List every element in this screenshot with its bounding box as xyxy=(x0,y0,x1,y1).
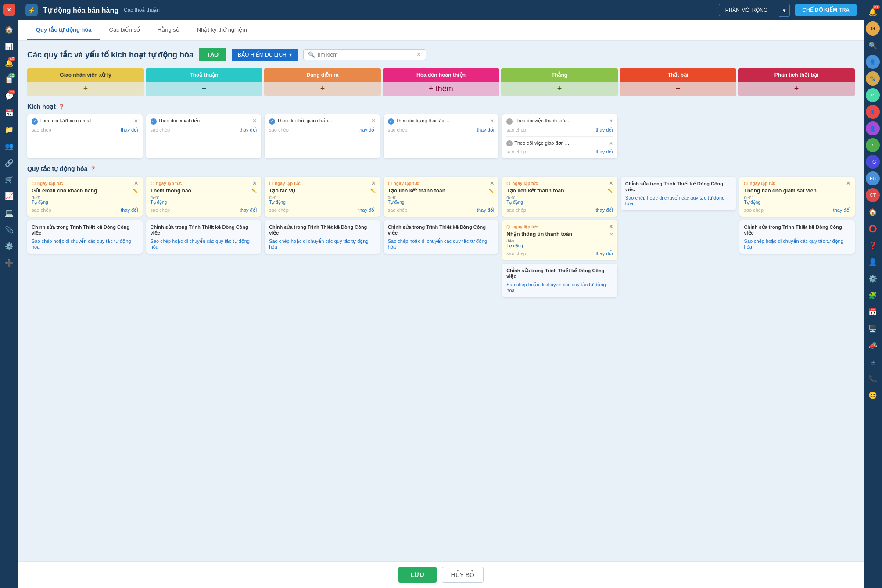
sidebar-icon-folder[interactable]: 📁 xyxy=(2,122,16,136)
right-avatar-4[interactable]: 31 xyxy=(866,88,880,102)
right-icon-megaphone[interactable]: 📣 xyxy=(866,338,880,352)
close-button[interactable]: ✕ xyxy=(3,4,15,16)
sidebar-icon-analytics[interactable]: 📈 xyxy=(2,189,16,203)
sidebar-icon-attach[interactable]: 📎 xyxy=(2,222,16,236)
trigger-close-4b[interactable]: ✕ xyxy=(609,140,613,146)
action-copy-4b[interactable]: sao chép xyxy=(506,251,526,257)
action-edit-icon-4a[interactable]: ✏️ xyxy=(608,189,613,193)
trigger-change-3[interactable]: thay đổi xyxy=(477,127,494,133)
trigger-change-4b[interactable]: thay đổi xyxy=(595,149,613,155)
right-avatar-5[interactable]: 👤 xyxy=(866,105,880,119)
right-icon-puzzle[interactable]: 🧩 xyxy=(866,288,880,302)
sidebar-icon-chat[interactable]: 💬22 xyxy=(2,89,16,103)
pipeline-add-0[interactable]: + xyxy=(27,82,144,96)
right-icon-bell[interactable]: 🔔31 xyxy=(866,5,880,19)
trigger-copy-3[interactable]: sao chép xyxy=(388,127,408,133)
action-copy-6[interactable]: sao chép xyxy=(744,207,764,213)
right-icon-phone[interactable]: 📞 xyxy=(866,371,880,385)
pipeline-add-3[interactable]: + thêm xyxy=(383,82,499,96)
trigger-change-2[interactable]: thay đổi xyxy=(358,127,375,133)
pipeline-add-2[interactable]: + xyxy=(264,82,381,96)
action-change-0[interactable]: thay đổi xyxy=(121,207,138,213)
sidebar-icon-add[interactable]: ➕ xyxy=(2,256,16,270)
action-close-6[interactable]: ✕ xyxy=(846,180,850,186)
action-close-3[interactable]: ✕ xyxy=(490,180,494,186)
right-avatar-9[interactable]: FB xyxy=(866,171,880,185)
action-close-4a[interactable]: ✕ xyxy=(609,180,613,186)
right-icon-home[interactable]: 🏠 xyxy=(866,205,880,219)
action-edit-icon-3[interactable]: ✏️ xyxy=(489,189,494,193)
sidebar-icon-users[interactable]: 👥 xyxy=(2,139,16,153)
tab-logs[interactable]: Nhật ký thử nghiệm xyxy=(188,20,256,40)
action-edit-icon-1[interactable]: ✏️ xyxy=(251,189,257,193)
info-link-0[interactable]: Sao chép hoặc di chuyển các quy tắc tự đ… xyxy=(32,239,138,249)
search-input[interactable] xyxy=(318,52,414,58)
right-avatar-7[interactable]: 1 xyxy=(866,138,880,152)
sidebar-icon-home[interactable]: 🏠 xyxy=(2,22,16,36)
action-change-4b[interactable]: thay đổi xyxy=(595,251,613,257)
info-link-4[interactable]: Sao chép hoặc di chuyển các quy tắc tự đ… xyxy=(506,282,613,293)
trigger-change-1[interactable]: thay đổi xyxy=(240,127,257,133)
create-button[interactable]: TẠO xyxy=(199,48,226,61)
trigger-copy-0[interactable]: sao chép xyxy=(32,127,51,133)
expand-button[interactable]: PHÂN MỞ RỘNG xyxy=(719,4,774,16)
trigger-copy-2[interactable]: sao chép xyxy=(269,127,289,133)
action-copy-2[interactable]: sao chép xyxy=(269,207,289,213)
action-copy-1[interactable]: sao chép xyxy=(151,207,170,213)
tab-rules[interactable]: Quy tắc tự động hóa xyxy=(27,20,100,40)
right-icon-search[interactable]: 🔍 xyxy=(866,38,880,52)
save-button[interactable]: LƯU xyxy=(398,567,437,583)
action-change-6[interactable]: thay đổi xyxy=(833,207,850,213)
action-copy-0[interactable]: sao chép xyxy=(32,207,51,213)
sidebar-icon-chart[interactable]: 📊 xyxy=(2,39,16,53)
cancel-button[interactable]: HỦY BỎ xyxy=(442,567,484,583)
trigger-close-2[interactable]: ✕ xyxy=(371,118,376,124)
info-link-1[interactable]: Sao chép hoặc di chuyển các quy tắc tự đ… xyxy=(151,239,257,249)
right-avatar-main[interactable]: 34 xyxy=(866,21,880,36)
tab-constants[interactable]: Hằng số xyxy=(149,20,188,40)
trigger-copy-4b[interactable]: sao chép xyxy=(506,149,526,155)
action-change-3[interactable]: thay đổi xyxy=(477,207,494,213)
right-icon-calendar2[interactable]: 📅 xyxy=(866,305,880,319)
right-avatar-8[interactable]: TG xyxy=(866,155,880,169)
action-close-1[interactable]: ✕ xyxy=(252,180,257,186)
sidebar-icon-bell[interactable]: 🔔40 xyxy=(2,56,16,70)
triggers-help-icon[interactable]: ❓ xyxy=(58,104,65,110)
expand-arrow-button[interactable]: ▾ xyxy=(779,4,790,17)
info-link-6[interactable]: Sao chép hoặc di chuyển các quy tắc tự đ… xyxy=(744,239,850,249)
trigger-close-0[interactable]: ✕ xyxy=(134,118,138,124)
trigger-copy-1[interactable]: sao chép xyxy=(151,127,170,133)
action-change-4a[interactable]: thay đổi xyxy=(595,207,613,213)
sidebar-icon-calendar[interactable]: 📅 xyxy=(2,106,16,120)
right-icon-grid[interactable]: ⊞ xyxy=(866,355,880,369)
action-close-2[interactable]: ✕ xyxy=(371,180,376,186)
right-icon-question[interactable]: ❓ xyxy=(866,238,880,252)
search-clear-icon[interactable]: ✕ xyxy=(416,51,421,58)
action-close-4b-x[interactable]: ✕ xyxy=(610,232,613,237)
info-link-2[interactable]: Sao chép hoặc di chuyển các quy tắc tự đ… xyxy=(269,239,376,249)
action-copy-3[interactable]: sao chép xyxy=(388,207,408,213)
pipeline-add-6[interactable]: + xyxy=(738,82,855,96)
sidebar-icon-settings[interactable]: ⚙️ xyxy=(2,239,16,253)
action-change-2[interactable]: thay đổi xyxy=(358,207,375,213)
pipeline-add-4[interactable]: + xyxy=(501,82,618,96)
right-icon-gear[interactable]: ⚙️ xyxy=(866,271,880,285)
pipeline-add-1[interactable]: + xyxy=(146,82,262,96)
action-change-1[interactable]: thay đổi xyxy=(240,207,257,213)
trigger-close-3[interactable]: ✕ xyxy=(490,118,494,124)
right-avatar-3[interactable]: 🐾 xyxy=(866,71,880,86)
trigger-close-4[interactable]: ✕ xyxy=(609,118,613,124)
right-avatar-10[interactable]: CT xyxy=(866,188,880,202)
action-edit-icon-2[interactable]: ✏️ xyxy=(370,189,376,193)
action-edit-icon-0[interactable]: ✏️ xyxy=(133,189,138,193)
dropdown-button[interactable]: BẢO HIỂM DU LỊCH ▾ xyxy=(232,49,298,61)
action-close-4b[interactable]: ✕ xyxy=(609,224,613,230)
sidebar-icon-list[interactable]: 📋12 xyxy=(2,72,16,86)
sidebar-icon-cart[interactable]: 🛒 xyxy=(2,172,16,186)
sidebar-icon-code[interactable]: 💻 xyxy=(2,206,16,220)
action-close-0[interactable]: ✕ xyxy=(134,180,138,186)
sidebar-icon-link[interactable]: 🔗 xyxy=(2,156,16,170)
tab-variables[interactable]: Các biến số xyxy=(100,20,149,40)
right-avatar-2[interactable]: 👤 xyxy=(866,55,880,69)
right-icon-smile[interactable]: 😊 xyxy=(866,388,880,402)
